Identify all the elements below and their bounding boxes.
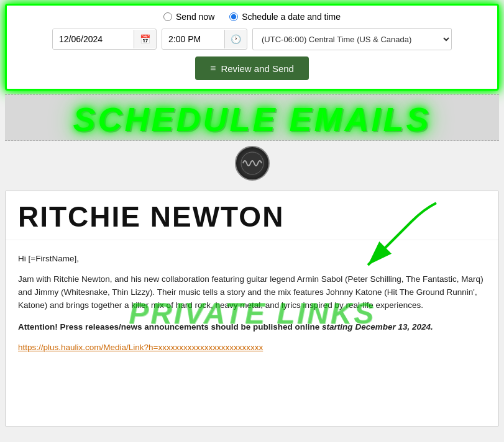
fields-row: 📅 🕐 (UTC-06:00) Central Time (US & Canad… <box>17 28 487 50</box>
attention-date-value: December 13, 2024. <box>355 322 433 332</box>
schedule-bar: Send now Schedule a date and time 📅 🕐 (U… <box>5 4 499 91</box>
email-header-banner: RITCHIE NEWTON <box>6 191 498 240</box>
email-preview: RITCHIE NEWTON Hi [=FirstName], Jam with… <box>5 191 499 426</box>
private-link[interactable]: https://plus.haulix.com/Media/Link?h=xxx… <box>18 343 486 352</box>
email-greeting: Hi [=FirstName], <box>18 253 486 266</box>
email-body: Hi [=FirstName], Jam with Ritchie Newton… <box>6 240 498 358</box>
schedule-radio[interactable] <box>229 12 238 21</box>
logo-circle <box>235 146 270 181</box>
logo-circle-wrap <box>0 146 504 181</box>
attention-text: Attention! Press releases/news announcem… <box>18 321 486 334</box>
timezone-select[interactable]: (UTC-06:00) Central Time (US & Canada) (… <box>252 28 452 50</box>
list-icon: ≡ <box>210 63 216 74</box>
schedule-option[interactable]: Schedule a date and time <box>229 12 341 22</box>
calendar-icon-btn[interactable]: 📅 <box>134 30 156 48</box>
radio-row: Send now Schedule a date and time <box>17 12 487 22</box>
logo-svg <box>240 151 265 176</box>
calendar-icon: 📅 <box>140 34 150 44</box>
schedule-label: Schedule a date and time <box>242 12 341 22</box>
send-now-option[interactable]: Send now <box>163 12 214 22</box>
email-body-text: Jam with Ritchie Newton, and his new col… <box>18 273 486 312</box>
review-btn-label: Review and Send <box>221 63 294 74</box>
clock-icon: 🕐 <box>231 34 241 44</box>
schedule-watermark-banner: SCHEDULE EMAILS <box>5 94 499 141</box>
attention-label: Attention! Press releases/news announcem… <box>18 322 353 332</box>
send-now-radio[interactable] <box>163 12 172 21</box>
svg-point-0 <box>241 152 263 174</box>
band-name-title: RITCHIE NEWTON <box>18 202 486 231</box>
review-and-send-button[interactable]: ≡ Review and Send <box>195 56 309 80</box>
clock-icon-btn[interactable]: 🕐 <box>224 30 247 48</box>
date-input[interactable] <box>53 29 134 49</box>
attention-date: starting <box>322 322 353 332</box>
review-btn-row: ≡ Review and Send <box>17 56 487 80</box>
send-now-label: Send now <box>176 12 214 22</box>
date-input-wrap: 📅 <box>52 29 157 50</box>
timezone-select-wrap: (UTC-06:00) Central Time (US & Canada) (… <box>252 28 452 50</box>
schedule-emails-watermark: SCHEDULE EMAILS <box>5 101 499 138</box>
time-input[interactable] <box>162 29 224 49</box>
time-input-wrap: 🕐 <box>162 29 247 50</box>
